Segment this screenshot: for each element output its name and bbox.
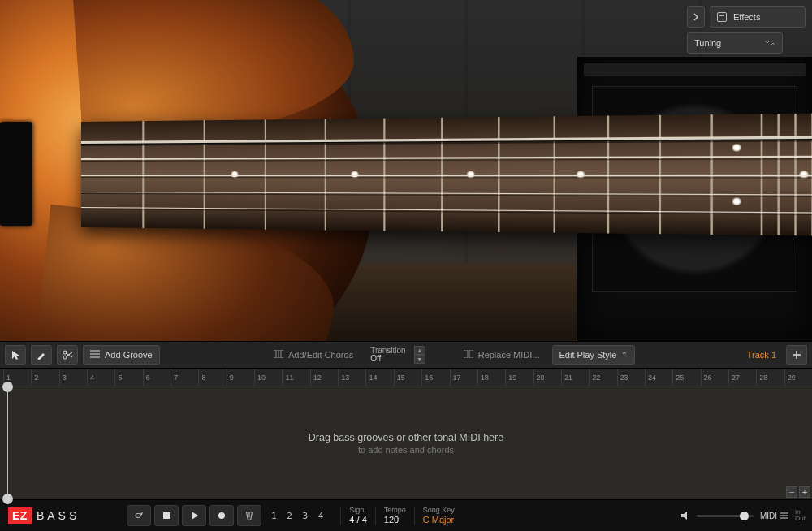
ruler-bar[interactable]: 22 <box>589 369 616 386</box>
ruler-bar[interactable]: 24 <box>645 369 672 386</box>
ruler-bar[interactable]: 2 <box>31 369 58 386</box>
ruler-bar[interactable]: 13 <box>338 369 365 386</box>
zoom-out-button[interactable]: − <box>786 486 797 498</box>
tuning-label: Tuning <box>694 38 721 48</box>
bass-neck[interactable] <box>81 112 812 238</box>
tempo[interactable]: Tempo 120 <box>375 507 414 525</box>
transition-value: Off <box>370 355 406 364</box>
cut-tool[interactable] <box>57 345 78 365</box>
transition-readout[interactable]: Transition Off <box>365 347 411 364</box>
ruler-bar[interactable]: 4 <box>87 369 114 386</box>
midi-out: Out <box>795 516 806 522</box>
volume-thumb[interactable] <box>740 512 749 520</box>
metronome-button[interactable] <box>237 505 261 526</box>
song-key[interactable]: Song Key C Major <box>414 507 463 525</box>
midi-io: In Out <box>795 509 806 522</box>
ruler-bar[interactable]: 23 <box>617 369 645 386</box>
midi-menu[interactable]: MIDI <box>760 512 788 520</box>
key-value: C Major <box>423 515 455 525</box>
zoom-controls: − + <box>786 486 810 498</box>
draw-tool[interactable] <box>31 345 52 365</box>
ruler-bar[interactable]: 3 <box>59 369 87 386</box>
ruler-bar[interactable]: 10 <box>254 369 282 386</box>
brand-bass: BASS <box>37 509 80 522</box>
zoom-in-button[interactable]: + <box>799 486 810 498</box>
loop-button[interactable] <box>127 505 151 526</box>
list-icon <box>90 350 100 360</box>
add-edit-chords-button[interactable]: Add/Edit Chords <box>266 345 361 365</box>
collapse-panel-button[interactable] <box>687 6 705 28</box>
svg-rect-1 <box>464 350 468 358</box>
brand: EZ BASS <box>0 500 122 531</box>
app-root: Effects Tuning Add Groove <box>0 0 812 531</box>
ruler-bar[interactable]: 7 <box>171 369 198 386</box>
transition-stepper[interactable]: ▲ ▼ <box>414 346 425 364</box>
step-up-icon[interactable]: ▲ <box>414 346 425 355</box>
chevron-down-icon <box>764 40 775 46</box>
ruler-bar[interactable]: 12 <box>310 369 338 386</box>
strings[interactable] <box>81 112 812 238</box>
ruler-bar[interactable]: 29 <box>784 369 812 386</box>
time-signature[interactable]: Sign. 4 / 4 <box>340 507 374 525</box>
pointer-tool[interactable] <box>5 345 26 365</box>
svg-point-4 <box>218 512 225 519</box>
midi-label: MIDI <box>760 512 777 520</box>
tuning-dropdown[interactable]: Tuning <box>687 32 783 54</box>
drop-hint: Drag bass grooves or other tonal MIDI he… <box>0 386 812 499</box>
ruler-bar[interactable]: 8 <box>198 369 226 386</box>
ruler-bar[interactable]: 18 <box>477 369 505 386</box>
add-track-button[interactable] <box>786 345 807 365</box>
effects-button[interactable]: Effects <box>710 6 806 28</box>
play-button[interactable] <box>182 505 206 526</box>
tempo-value: 120 <box>384 515 406 525</box>
ruler-bar[interactable]: 6 <box>143 369 171 386</box>
transport-bar: EZ BASS 1 2 3 4 Sign. 4 / <box>0 500 812 531</box>
bass-pickup <box>0 122 32 226</box>
step-down-icon[interactable]: ▼ <box>414 355 425 364</box>
ruler-bar[interactable]: 16 <box>421 369 449 386</box>
replace-midi-button[interactable]: Replace MIDI... <box>456 345 547 365</box>
add-groove-label: Add Groove <box>105 350 153 360</box>
timeline-ruler[interactable]: 1234567891011121314151617181920212223242… <box>0 369 812 386</box>
replace-icon <box>464 350 473 360</box>
tempo-label: Tempo <box>384 507 406 515</box>
ruler-bar[interactable]: 26 <box>701 369 728 386</box>
edit-play-style-button[interactable]: Edit Play Style ⌃ <box>552 345 636 365</box>
track-name[interactable]: Track 1 <box>742 350 781 360</box>
groove-lane[interactable]: Drag bass grooves or other tonal MIDI he… <box>0 386 812 500</box>
brand-ez: EZ <box>8 507 32 524</box>
stop-button[interactable] <box>154 505 179 526</box>
volume-control[interactable] <box>680 511 754 520</box>
drop-hint-line2: to add notes and chords <box>358 445 454 455</box>
replace-midi-label: Replace MIDI... <box>478 350 540 360</box>
ruler-bar[interactable]: 27 <box>728 369 756 386</box>
ruler-bar[interactable]: 28 <box>756 369 784 386</box>
expand-up-icon: ⌃ <box>621 351 628 359</box>
ruler-bar[interactable]: 11 <box>282 369 309 386</box>
ruler-bar[interactable]: 21 <box>561 369 589 386</box>
sign-label: Sign. <box>349 507 366 515</box>
ruler-bar[interactable]: 5 <box>114 369 142 386</box>
ruler-bar[interactable]: 15 <box>394 369 421 386</box>
ruler-bar[interactable]: 17 <box>450 369 477 386</box>
key-label: Song Key <box>423 507 455 515</box>
edit-play-style-label: Edit Play Style <box>559 350 617 360</box>
ruler-bar[interactable]: 14 <box>365 369 393 386</box>
drop-hint-line1: Drag bass grooves or other tonal MIDI he… <box>309 432 503 443</box>
count-in-display[interactable]: 1 2 3 4 <box>265 511 332 521</box>
add-groove-button[interactable]: Add Groove <box>83 345 160 365</box>
ruler-bar[interactable]: 20 <box>533 369 561 386</box>
add-edit-chords-label: Add/Edit Chords <box>288 350 353 360</box>
svg-rect-2 <box>469 350 473 358</box>
ruler-bar[interactable]: 9 <box>227 369 254 386</box>
volume-slider[interactable] <box>697 515 754 517</box>
svg-rect-3 <box>163 512 170 519</box>
ruler-bar[interactable]: 19 <box>505 369 533 386</box>
effects-label: Effects <box>733 12 760 22</box>
record-button[interactable] <box>209 505 234 526</box>
ruler-bar[interactable]: 25 <box>672 369 700 386</box>
speaker-icon <box>680 511 692 520</box>
sign-value: 4 / 4 <box>349 515 366 525</box>
instrument-view[interactable]: Effects Tuning <box>0 0 812 341</box>
effects-icon <box>717 12 727 22</box>
